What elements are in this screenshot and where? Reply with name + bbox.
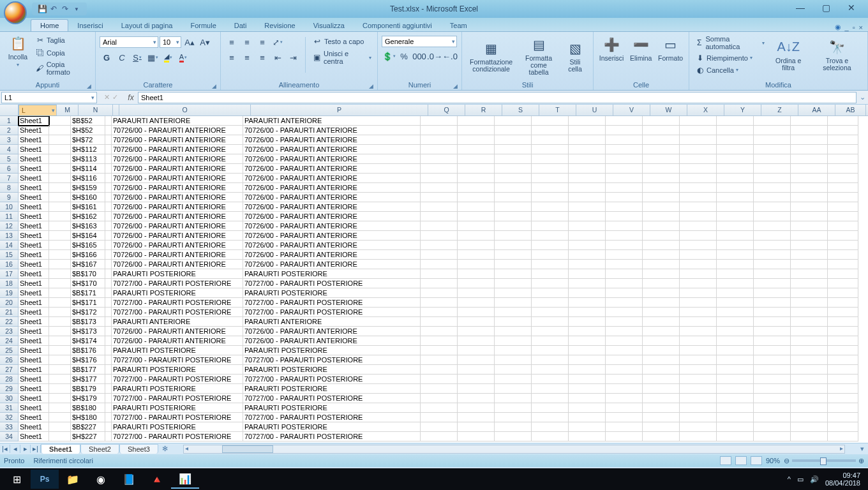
cell[interactable] [458,126,495,135]
cell[interactable] [791,365,828,375]
cell[interactable] [717,317,754,327]
cell[interactable] [49,269,71,279]
accounting-format-button[interactable]: 💲 [382,50,396,63]
conditional-formatting-button[interactable]: ▦Formattazione condizionale [466,38,516,74]
cell[interactable] [680,432,717,442]
cell[interactable] [495,116,532,126]
align-center-button[interactable]: ≡ [240,51,254,64]
cell[interactable] [105,346,112,355]
cell[interactable]: $B$179 [71,384,105,394]
cell[interactable] [495,375,532,384]
cell[interactable]: Sheet1 [19,298,49,308]
cell[interactable] [606,250,643,260]
ribbon-tab-dati[interactable]: Dati [225,20,256,31]
cell[interactable] [643,355,680,365]
cell[interactable]: 70727/00 - PARAURTI POSTERIORE [112,279,243,288]
cell[interactable]: PARAURTI POSTERIORE [243,269,421,279]
cell[interactable] [828,327,858,336]
cell[interactable] [458,260,495,269]
row-header[interactable]: 17 [0,269,19,279]
cell[interactable] [606,116,643,126]
cell[interactable] [495,336,532,346]
cell[interactable] [828,174,858,183]
cell[interactable]: $H$172 [71,308,105,317]
row-header[interactable]: 3 [0,135,19,145]
ribbon-tab-revisione[interactable]: Revisione [255,20,304,31]
row-header[interactable]: 14 [0,241,19,250]
cell[interactable] [680,269,717,279]
row-header[interactable]: 22 [0,317,19,327]
cell[interactable] [717,202,754,212]
cell[interactable] [421,126,458,135]
zoom-slider[interactable] [792,459,856,462]
cell[interactable] [105,145,112,154]
cell[interactable]: 70727/00 - PARAURTI POSTERIORE [112,432,243,442]
row-header[interactable]: 13 [0,231,19,241]
cell[interactable] [828,231,858,241]
next-sheet-button[interactable]: ▸ [20,445,31,453]
align-top-button[interactable]: ≡ [225,36,239,48]
format-painter-button[interactable]: 🖌Copia formato [33,60,91,77]
cell[interactable] [643,116,680,126]
cell[interactable]: Sheet1 [19,212,49,221]
cell[interactable] [754,394,791,403]
enter-formula-icon[interactable]: ✓ [112,93,118,101]
taskbar-app-icon[interactable]: 🔺 [143,470,171,489]
cell[interactable] [717,336,754,346]
cell[interactable] [791,260,828,269]
cell[interactable] [49,183,71,193]
cell[interactable] [643,422,680,432]
cell[interactable]: $H$173 [71,327,105,336]
row-header[interactable]: 2 [0,126,19,135]
cell[interactable] [643,164,680,174]
cell[interactable]: $B$180 [71,403,105,413]
cell[interactable] [569,365,606,375]
underline-button[interactable]: S [130,51,144,64]
cell[interactable] [717,154,754,164]
cell[interactable] [791,308,828,317]
cell[interactable] [754,154,791,164]
formula-input[interactable]: Sheet1 [138,92,857,103]
align-bottom-button[interactable]: ≡ [255,36,269,48]
help-icon[interactable]: ◉ [835,23,841,31]
cell[interactable] [828,116,858,126]
cell[interactable] [458,375,495,384]
cell[interactable] [569,202,606,212]
first-sheet-button[interactable]: |◂ [0,445,10,453]
row-header[interactable]: 29 [0,384,19,394]
cell[interactable] [717,394,754,403]
cell[interactable] [643,154,680,164]
cell[interactable] [532,174,569,183]
cell[interactable] [495,317,532,327]
cell[interactable]: PARAURTI POSTERIORE [112,365,243,375]
cell[interactable] [791,317,828,327]
row-header[interactable]: 20 [0,298,19,308]
cell[interactable]: PARAURTI POSTERIORE [243,346,421,355]
row-header[interactable]: 24 [0,336,19,346]
cell[interactable] [421,183,458,193]
cell[interactable]: Sheet1 [19,183,49,193]
cell[interactable] [458,269,495,279]
cell[interactable]: $H$163 [71,221,105,231]
cell[interactable]: $H$180 [71,413,105,422]
cell[interactable] [717,260,754,269]
row-header[interactable]: 30 [0,394,19,403]
cell[interactable] [495,202,532,212]
cell[interactable] [606,212,643,221]
cell[interactable] [606,269,643,279]
cell[interactable] [643,413,680,422]
cell[interactable]: $H$159 [71,183,105,193]
autosum-button[interactable]: ΣSomma automatica ▾ [693,34,767,51]
cell[interactable] [717,413,754,422]
cell[interactable] [680,135,717,145]
cell[interactable] [569,212,606,221]
cell[interactable]: PARAURTI ANTERIORE [243,116,421,126]
cell[interactable]: $H$116 [71,174,105,183]
cell[interactable]: Sheet1 [19,432,49,442]
cell[interactable]: Sheet1 [19,174,49,183]
cell[interactable] [532,193,569,202]
cell[interactable] [680,413,717,422]
cell[interactable] [828,154,858,164]
cell[interactable] [680,327,717,336]
dialog-launcher-icon[interactable]: ◢ [87,83,91,89]
